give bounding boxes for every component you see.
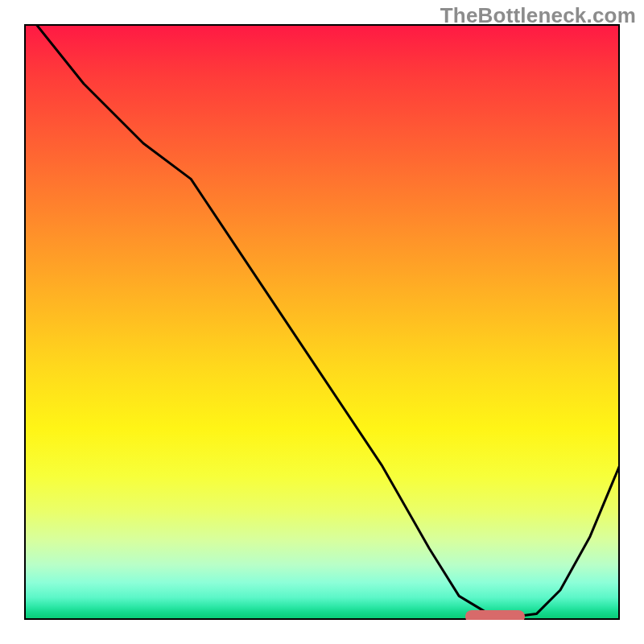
plot-area: [24, 24, 620, 620]
curve-path: [36, 24, 620, 617]
optimal-range-marker: [465, 610, 525, 620]
chart-frame: TheBottleneck.com: [0, 0, 644, 644]
bottleneck-curve: [24, 24, 620, 620]
